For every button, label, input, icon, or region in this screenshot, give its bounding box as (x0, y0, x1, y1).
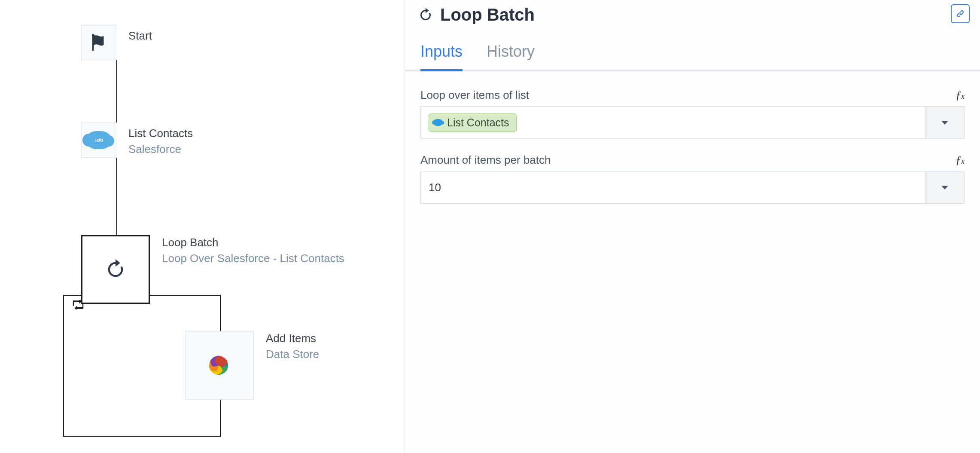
batch-size-label: Amount of items per batch (420, 153, 551, 167)
node-start[interactable]: Start (81, 25, 152, 60)
fx-button-loop-list[interactable]: ƒx (956, 89, 965, 102)
node-loop-batch[interactable]: Loop Batch Loop Over Salesforce - List C… (81, 235, 344, 304)
pinwheel-icon (207, 353, 231, 377)
panel-header: Loop Batch (405, 5, 980, 32)
chevron-down-icon (941, 186, 948, 190)
connector (116, 60, 117, 122)
node-start-box[interactable] (81, 25, 116, 60)
node-add-items-title: Add Items (266, 332, 319, 345)
salesforce-icon: salesforce (86, 131, 112, 149)
flag-icon (89, 33, 109, 52)
batch-size-dropdown[interactable] (925, 171, 965, 204)
loop-icon (418, 7, 433, 23)
node-list-contacts-title: List Contacts (128, 127, 193, 140)
svg-point-0 (92, 34, 94, 36)
node-start-title: Start (128, 29, 152, 43)
node-list-contacts[interactable]: salesforce List Contacts Salesforce (81, 122, 193, 158)
node-loop-batch-subtitle: Loop Over Salesforce - List Contacts (162, 252, 344, 265)
node-add-items[interactable]: Add Items Data Store (185, 331, 319, 400)
loop-icon (104, 258, 127, 281)
node-loop-batch-title: Loop Batch (162, 236, 344, 249)
tab-inputs[interactable]: Inputs (420, 43, 463, 71)
connector (116, 158, 117, 235)
node-list-contacts-subtitle: Salesforce (128, 143, 193, 156)
salesforce-icon (433, 119, 443, 126)
inputs-form: Loop over items of list ƒx List Contacts… (405, 71, 980, 204)
tab-history[interactable]: History (487, 43, 535, 71)
link-button[interactable] (951, 4, 970, 23)
fx-button-batch-size[interactable]: ƒx (956, 154, 965, 167)
loop-list-input[interactable]: List Contacts (420, 106, 925, 139)
loop-list-dropdown[interactable] (925, 106, 965, 139)
loop-list-label: Loop over items of list (420, 89, 529, 102)
loop-list-chip-text: List Contacts (447, 116, 509, 129)
chevron-down-icon (941, 121, 948, 125)
workflow-canvas[interactable]: Start salesforce List Contacts Salesforc… (0, 0, 405, 453)
node-add-items-subtitle: Data Store (266, 348, 319, 361)
panel-title: Loop Batch (440, 5, 535, 24)
batch-size-input[interactable]: 10 (420, 171, 925, 204)
loop-list-chip[interactable]: List Contacts (429, 113, 517, 132)
node-add-items-box[interactable] (185, 331, 254, 400)
node-list-contacts-box[interactable]: salesforce (81, 122, 116, 158)
node-loop-batch-box[interactable] (81, 235, 150, 304)
details-panel: Loop Batch Inputs History Loop over item… (405, 0, 980, 453)
tabs: Inputs History (405, 32, 980, 71)
link-icon (955, 9, 965, 19)
